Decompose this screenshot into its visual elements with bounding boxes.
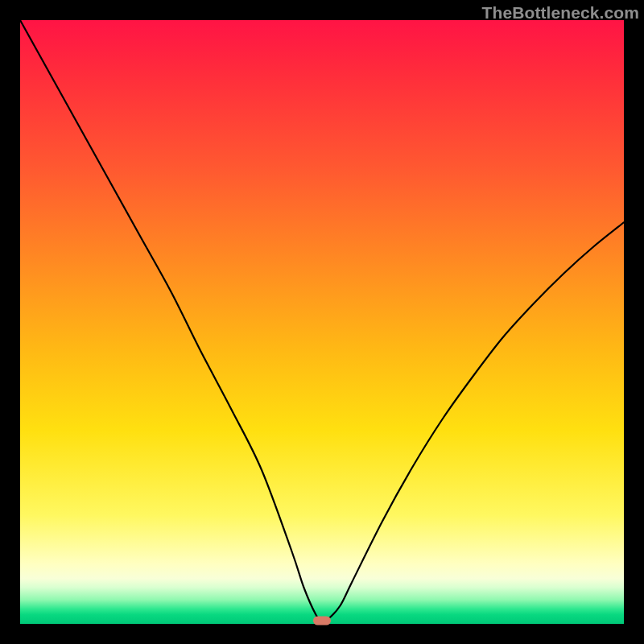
plot-area [20,20,624,624]
watermark-text: TheBottleneck.com [482,3,639,23]
bottleneck-curve [20,20,624,624]
chart-frame: TheBottleneck.com [0,0,644,644]
min-marker [313,617,331,625]
